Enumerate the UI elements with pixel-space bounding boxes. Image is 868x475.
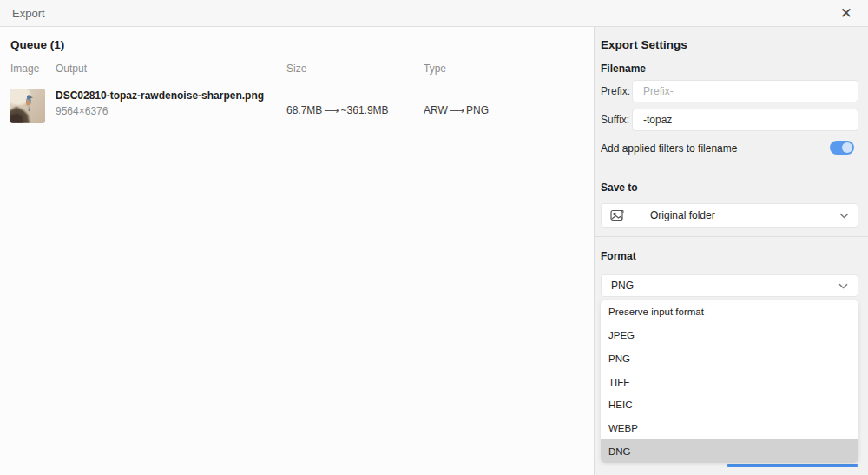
filename-section-heading: Filename [601, 63, 646, 75]
queue-panel: Queue (1) Image Output Size Type [0, 27, 594, 475]
prefix-label: Prefix: [601, 85, 630, 97]
column-header-size: Size [286, 63, 306, 75]
image-thumbnail [10, 89, 45, 123]
column-header-image: Image [10, 63, 39, 75]
prefix-input[interactable] [632, 80, 858, 102]
queue-heading: Queue (1) [10, 38, 64, 51]
row-filename: DSC02810-topaz-rawdenoise-sharpen.png [56, 89, 264, 102]
save-to-dropdown[interactable]: Original folder [601, 203, 858, 228]
format-options-list: Preserve input format JPEG PNG TIFF HEIC… [601, 300, 858, 463]
chevron-down-icon [839, 213, 849, 219]
section-divider [595, 236, 868, 237]
settings-heading: Export Settings [601, 38, 687, 51]
format-option-preserve[interactable]: Preserve input format [601, 300, 858, 324]
dialog-titlebar: Export ✕ [0, 0, 868, 27]
chevron-down-icon [838, 283, 848, 289]
image-folder-icon [610, 209, 624, 221]
format-heading: Format [601, 250, 636, 262]
format-option-png[interactable]: PNG [601, 346, 858, 370]
filters-toggle-label: Add applied filters to filename [601, 142, 737, 155]
section-divider [595, 168, 868, 168]
suffix-input[interactable] [632, 109, 858, 131]
row-dimensions: 9564×6376 [56, 105, 108, 117]
save-to-heading: Save to [601, 181, 638, 194]
export-dialog: Export ✕ Queue (1) Image Output Size Typ… [0, 0, 868, 475]
column-header-output: Output [56, 63, 87, 75]
filters-toggle[interactable] [830, 141, 854, 155]
dialog-title: Export [12, 7, 45, 20]
format-option-heic[interactable]: HEIC [601, 393, 858, 417]
export-settings-panel: Export Settings Filename Prefix: Suffix:… [594, 27, 868, 475]
column-header-type: Type [424, 63, 446, 75]
row-type: ARW⟶PNG [424, 104, 489, 116]
format-option-jpeg[interactable]: JPEG [601, 324, 858, 347]
format-option-dng[interactable]: DNG [601, 439, 858, 463]
format-option-tiff[interactable]: TIFF [601, 370, 858, 393]
format-select[interactable]: PNG [601, 274, 858, 297]
arrow-glyph: ⟶ [322, 104, 340, 116]
format-option-webp[interactable]: WEBP [601, 417, 858, 440]
arrow-glyph: ⟶ [448, 104, 466, 116]
table-row[interactable]: DSC02810-topaz-rawdenoise-sharpen.png 95… [0, 88, 594, 128]
row-size: 68.7MB⟶~361.9MB [286, 104, 389, 116]
save-to-value: Original folder [650, 209, 715, 221]
format-selected-value: PNG [611, 280, 634, 292]
toggle-knob [842, 142, 852, 153]
close-icon[interactable]: ✕ [837, 4, 856, 23]
suffix-label: Suffix: [601, 114, 629, 126]
export-button[interactable] [727, 464, 858, 467]
